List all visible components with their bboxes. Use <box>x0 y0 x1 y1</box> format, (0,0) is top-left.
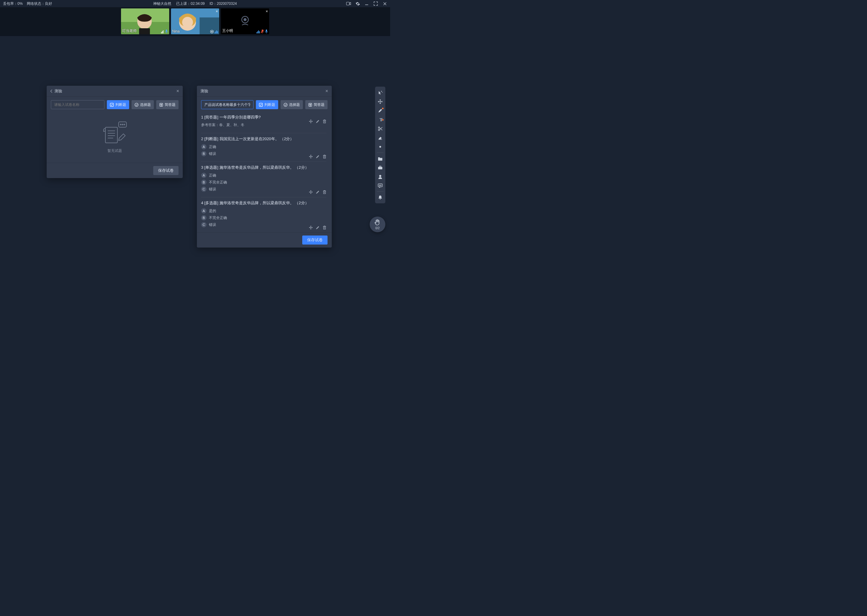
signal-icon <box>161 30 164 33</box>
badge-icon <box>210 30 214 33</box>
quiz-name-input[interactable] <box>201 100 254 109</box>
minimize-icon[interactable] <box>364 1 369 6</box>
option-badge: A <box>201 173 207 178</box>
option-badge: B <box>201 151 207 156</box>
option-badge: A <box>201 208 207 214</box>
edit-icon[interactable] <box>316 226 320 229</box>
svg-point-51 <box>380 185 380 185</box>
question-option[interactable]: C错误 <box>201 187 326 192</box>
svg-point-45 <box>379 146 381 148</box>
question-option[interactable]: A正确 <box>201 173 326 178</box>
dot-small-icon[interactable] <box>376 143 385 151</box>
question-option[interactable]: B不完全正确 <box>201 215 326 220</box>
video-tile-name: 王小明 <box>222 28 233 33</box>
fullscreen-icon[interactable] <box>373 1 378 6</box>
move-icon[interactable] <box>376 97 385 106</box>
question-title: 1 [简答题] 一年四季分别是哪四季? <box>201 115 326 120</box>
folder-icon[interactable] <box>376 154 385 163</box>
svg-point-26 <box>120 124 121 125</box>
bell-icon[interactable] <box>376 193 385 201</box>
question-item: 4 [多选题] 施华洛世奇是反华品牌，所以梁鼎琪反华。 （2分）A是的B不完全正… <box>201 197 326 232</box>
add-choice-button[interactable]: 选择题 <box>132 100 154 109</box>
close-icon[interactable]: × <box>177 88 179 94</box>
delete-icon[interactable] <box>323 190 326 194</box>
empty-questions-state: 暂无试题 <box>51 112 178 163</box>
add-judge-button[interactable]: 判断题 <box>256 100 278 109</box>
raise-hand-button[interactable]: 0/2 <box>370 217 385 232</box>
class-id: ID：2020070324 <box>210 1 237 6</box>
svg-rect-47 <box>379 166 381 167</box>
option-text: 不完全正确 <box>209 215 227 220</box>
delete-icon[interactable] <box>323 155 326 159</box>
drag-icon[interactable] <box>309 119 313 123</box>
camera-toggle-icon[interactable] <box>346 1 351 6</box>
toolbox-icon[interactable] <box>376 163 385 172</box>
scissors-icon[interactable] <box>376 124 385 133</box>
video-tile-teacher[interactable]: 叮当老师 <box>121 8 169 34</box>
elapsed-time: 已上课：02:34:09 <box>176 1 205 6</box>
window-close-icon[interactable] <box>382 1 387 6</box>
quiz-panel-full: 测验 × 判断题 选择题 T 简答题 1 [简答题] 一年四季分别是哪四季?参考… <box>197 86 332 248</box>
edit-icon[interactable] <box>316 155 320 159</box>
svg-point-50 <box>379 185 380 185</box>
save-quiz-button[interactable]: 保存试卷 <box>153 166 178 175</box>
option-badge: A <box>201 144 207 149</box>
add-short-button[interactable]: T 简答题 <box>156 100 178 109</box>
video-tile-name: 叮当老师 <box>122 28 137 33</box>
svg-point-28 <box>124 124 125 125</box>
svg-rect-21 <box>110 103 113 107</box>
drag-icon[interactable] <box>309 155 313 159</box>
svg-rect-7 <box>162 31 162 33</box>
svg-point-27 <box>122 124 123 125</box>
question-option[interactable]: B错误 <box>201 151 326 156</box>
video-tile-student-2[interactable]: × 王小明 <box>221 8 269 34</box>
drag-icon[interactable] <box>309 226 313 229</box>
edit-icon[interactable] <box>316 119 320 123</box>
user-icon[interactable] <box>376 172 385 181</box>
question-option[interactable]: B不完全正确 <box>201 179 326 185</box>
video-tile-student-1[interactable]: × Nina <box>171 8 219 34</box>
delete-icon[interactable] <box>323 119 326 123</box>
eraser-icon[interactable] <box>376 134 385 142</box>
video-close-icon[interactable]: × <box>265 9 268 14</box>
add-choice-button[interactable]: 选择题 <box>281 100 303 109</box>
svg-point-35 <box>284 103 287 107</box>
video-close-icon[interactable]: × <box>216 9 218 14</box>
option-badge: B <box>201 215 207 220</box>
save-quiz-button[interactable]: 保存试卷 <box>302 236 328 245</box>
svg-point-42 <box>378 127 380 128</box>
back-icon[interactable] <box>50 90 53 93</box>
question-option[interactable]: A是的 <box>201 208 326 214</box>
quiz-name-input[interactable] <box>51 100 104 109</box>
question-title: 3 [单选题] 施华洛世奇是反华品牌，所以梁鼎琪反华。 （2分） <box>201 165 326 170</box>
video-tile-name: Nina <box>172 29 180 33</box>
status-bar: 丢包率：0% 网络状态：良好 神秘大自然 已上课：02:34:09 ID：202… <box>0 0 390 7</box>
delete-icon[interactable] <box>323 226 326 229</box>
video-strip: 叮当老师 × Nina × 王小明 <box>0 7 390 36</box>
add-short-button[interactable]: T 简答题 <box>305 100 328 109</box>
question-option[interactable]: A正确 <box>201 144 326 149</box>
svg-text:T: T <box>161 104 162 106</box>
panel-title: 测验 <box>55 88 62 94</box>
cursor-sparkle-icon[interactable] <box>376 88 385 97</box>
chat-icon[interactable] <box>376 181 385 190</box>
pen-icon[interactable] <box>376 107 385 115</box>
svg-rect-0 <box>347 2 350 5</box>
packet-loss: 丢包率：0% <box>3 1 22 6</box>
empty-label: 暂无试题 <box>107 148 122 153</box>
audio-level-icon <box>214 30 218 33</box>
edit-icon[interactable] <box>316 190 320 194</box>
question-title: 4 [多选题] 施华洛世奇是反华品牌，所以梁鼎琪反华。 （2分） <box>201 200 326 206</box>
drag-icon[interactable] <box>309 190 313 194</box>
close-icon[interactable]: × <box>325 88 328 94</box>
gear-icon[interactable] <box>355 1 360 6</box>
question-list: 1 [简答题] 一年四季分别是哪四季?参考答案：春、夏、秋、冬 2 [判断题] … <box>201 112 328 232</box>
question-option[interactable]: C错误 <box>201 222 326 227</box>
hand-icon <box>375 219 380 226</box>
question-item: 1 [简答题] 一年四季分别是哪四季?参考答案：春、夏、秋、冬 <box>201 112 326 133</box>
svg-point-48 <box>379 175 381 177</box>
text-icon[interactable]: T <box>376 115 385 124</box>
add-judge-button[interactable]: 判断题 <box>107 100 129 109</box>
svg-rect-8 <box>163 30 164 33</box>
option-text: 错误 <box>209 151 216 156</box>
